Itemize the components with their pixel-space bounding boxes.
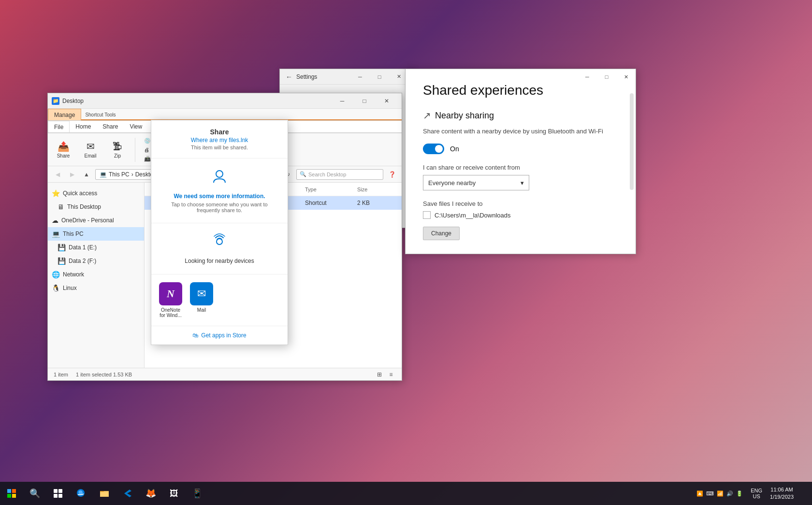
- sidebar-item-network[interactable]: 🌐 Network: [48, 268, 144, 281]
- nearby-text: Looking for nearby devices: [185, 258, 254, 264]
- fe-minimize-button[interactable]: ─: [331, 93, 353, 109]
- share-apps-grid: N OneNotefor Wind... ✉ Mail: [159, 282, 280, 318]
- taskbar-firefox-button[interactable]: 🦊: [139, 482, 162, 505]
- sidebar-label-data2: Data 2 (F:): [69, 258, 96, 264]
- item-count: 1 item: [54, 372, 68, 377]
- sidebar-item-onedrive[interactable]: ☁ OneDrive - Personal: [48, 214, 144, 227]
- windows-logo-icon: [7, 489, 16, 498]
- share-from-dropdown[interactable]: Everyone nearby ▾: [423, 175, 529, 190]
- sidebar-item-quick-access[interactable]: ⭐ Quick access: [48, 187, 144, 200]
- share-icon: 📤: [58, 141, 70, 152]
- details-view-button[interactable]: ≡: [386, 370, 396, 379]
- get-apps-store-button[interactable]: 🛍 Get apps in Store: [151, 326, 288, 345]
- nearby-sharing-icon: ↗: [423, 110, 431, 121]
- data2-icon: 💾: [58, 257, 66, 265]
- mail-app[interactable]: ✉ Mail: [190, 282, 213, 318]
- breadcrumb-thispc: This PC: [109, 171, 130, 178]
- svg-rect-3: [58, 489, 62, 493]
- tab-file[interactable]: File: [48, 121, 70, 132]
- sidebar-label-this-pc: This PC: [63, 231, 84, 237]
- burn-icon: 💿: [144, 138, 151, 144]
- settings-maximize-button[interactable]: □: [370, 69, 389, 85]
- shared-exp-close-button[interactable]: ✕: [616, 69, 636, 85]
- taskbar-photos-button[interactable]: 🖼: [162, 482, 186, 505]
- lang-code: ENG: [751, 488, 762, 493]
- tab-manage[interactable]: Manage: [48, 109, 81, 120]
- svg-point-1: [217, 239, 222, 245]
- forward-button[interactable]: ▶: [66, 169, 78, 180]
- settings-titlebar: ← Settings ─ □ ✕: [280, 69, 414, 85]
- taskbar-edge-button[interactable]: [70, 482, 93, 505]
- chevron-up-icon[interactable]: 🔼: [696, 491, 703, 497]
- linux-icon: 🐧: [52, 284, 60, 292]
- search-box[interactable]: 🔍 Search Desktop: [296, 169, 383, 180]
- back-button[interactable]: ◀: [52, 169, 63, 180]
- breadcrumb-sep: ›: [131, 171, 133, 178]
- clock[interactable]: 11:06 AM 1/19/2023: [766, 486, 798, 501]
- start-button[interactable]: [0, 482, 23, 505]
- battery-icon[interactable]: 🔋: [736, 491, 743, 497]
- onenote-app[interactable]: N OneNotefor Wind...: [159, 282, 182, 318]
- clock-date: 1/19/2023: [770, 493, 794, 501]
- shared-exp-maximize-button[interactable]: □: [597, 69, 616, 85]
- taskbar-fileexplorer-button[interactable]: [93, 482, 116, 505]
- sidebar-label-data1: Data 1 (E:): [69, 244, 97, 251]
- zip-button[interactable]: 🗜 Zip: [106, 139, 129, 160]
- shared-exp-window-controls: ─ □ ✕: [578, 69, 636, 85]
- save-path-text: C:\Users\m__la\Downloads: [435, 212, 511, 219]
- share-button[interactable]: 📤 Share: [52, 139, 75, 160]
- print-icon: 🖨: [144, 147, 149, 153]
- list-view-button[interactable]: ⊞: [375, 370, 384, 379]
- up-button[interactable]: ▲: [81, 169, 92, 180]
- keyboard-icon[interactable]: ⌨: [706, 491, 714, 497]
- fe-maximize-button[interactable]: □: [353, 93, 376, 109]
- sidebar-item-data1[interactable]: 💾 Data 1 (E:): [48, 241, 144, 254]
- mail-icon: ✉: [190, 282, 213, 305]
- fe-close-button[interactable]: ✕: [376, 93, 398, 109]
- selected-info: 1 item selected 1.53 KB: [76, 372, 132, 377]
- store-label: Get apps in Store: [201, 332, 246, 339]
- taskbar-taskview-button[interactable]: [46, 482, 70, 505]
- tab-home[interactable]: Home: [70, 121, 97, 132]
- language-indicator[interactable]: ENG US: [748, 488, 765, 499]
- email-button[interactable]: ✉ Email: [79, 139, 102, 160]
- taskbar-search-button[interactable]: 🔍: [23, 482, 46, 505]
- settings-back-button[interactable]: ←: [286, 73, 292, 81]
- col-size-header: Size: [357, 187, 396, 192]
- breadcrumb-icon: 💻: [100, 171, 107, 178]
- nearby-devices-icon: [211, 233, 228, 254]
- quick-access-icon: ⭐: [52, 189, 60, 197]
- save-path-row: C:\Users\m__la\Downloads: [423, 211, 618, 219]
- sidebar-item-this-desktop[interactable]: 🖥 This Desktop: [48, 200, 144, 214]
- tab-share[interactable]: Share: [97, 121, 124, 132]
- svg-rect-4: [54, 494, 58, 498]
- volume-icon[interactable]: 🔊: [726, 491, 733, 497]
- sidebar-item-this-pc[interactable]: 💻 This PC: [48, 227, 144, 241]
- data1-icon: 💾: [58, 244, 66, 251]
- show-desktop-button[interactable]: [798, 482, 810, 505]
- sidebar-item-data2[interactable]: 💾 Data 2 (F:): [48, 254, 144, 268]
- nearby-sharing-toggle[interactable]: [423, 144, 444, 154]
- person-icon: [211, 168, 228, 189]
- sidebar-item-linux[interactable]: 🐧 Linux: [48, 281, 144, 295]
- file-explorer-titlebar: 📁 Desktop ─ □ ✕: [48, 93, 402, 109]
- help-button[interactable]: ❓: [386, 169, 398, 180]
- save-path-checkbox[interactable]: [423, 211, 431, 219]
- network-tray-icon[interactable]: 📶: [717, 491, 724, 497]
- nearby-sharing-toggle-row: On: [423, 144, 618, 154]
- change-path-button[interactable]: Change: [423, 227, 460, 240]
- taskbar-extra-button[interactable]: 📱: [186, 482, 209, 505]
- this-desktop-icon: 🖥: [58, 203, 64, 211]
- col-type-header: Type: [305, 187, 353, 192]
- shared-exp-minimize-button[interactable]: ─: [578, 69, 597, 85]
- share-need-info-section: We need some more information. Tap to ch…: [151, 159, 288, 223]
- network-icon: 🌐: [52, 271, 60, 278]
- nearby-sharing-description: Share content with a nearby device by us…: [423, 127, 618, 136]
- tab-view[interactable]: View: [124, 121, 148, 132]
- taskbar: 🔍: [0, 482, 812, 505]
- onenote-label: OneNotefor Wind...: [160, 307, 182, 318]
- scrollbar[interactable]: [630, 93, 634, 190]
- taskbar-vscode-button[interactable]: [116, 482, 139, 505]
- share-nearby-section: Looking for nearby devices: [151, 223, 288, 274]
- settings-minimize-button[interactable]: ─: [350, 69, 370, 85]
